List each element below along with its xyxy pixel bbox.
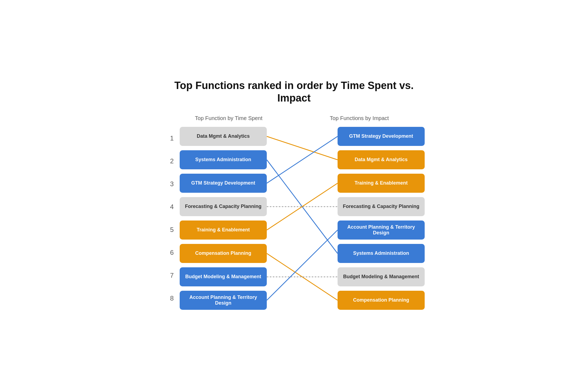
row-number-2: 2 <box>163 152 177 171</box>
row-number-8: 8 <box>163 289 177 308</box>
left-item-5: Training & Enablement <box>180 220 267 240</box>
right-item-7: Budget Modeling & Management <box>338 267 425 286</box>
left-item-3: GTM Strategy Development <box>180 174 267 193</box>
right-column: GTM Strategy DevelopmentData Mgmt & Anal… <box>338 127 425 310</box>
svg-line-7 <box>267 230 338 300</box>
left-item-6: Compensation Planning <box>180 244 267 263</box>
right-item-4: Forecasting & Capacity Planning <box>338 197 425 216</box>
row-number-4: 4 <box>163 197 177 216</box>
row-number-5: 5 <box>163 220 177 239</box>
svg-line-5 <box>267 253 338 300</box>
right-item-6: Systems Administration <box>338 244 425 263</box>
svg-line-2 <box>267 136 338 183</box>
chart-container: Top Functions ranked in order by Time Sp… <box>147 66 441 326</box>
right-item-1: GTM Strategy Development <box>338 127 425 146</box>
right-item-5: Account Planning & Territory Design <box>338 220 425 240</box>
row-numbers: 12345678 <box>163 127 180 310</box>
left-item-7: Budget Modeling & Management <box>180 267 267 286</box>
row-number-1: 1 <box>163 129 177 148</box>
svg-line-1 <box>267 160 338 253</box>
left-column-header: Top Function by Time Spent <box>185 115 272 121</box>
row-number-3: 3 <box>163 174 177 194</box>
left-item-1: Data Mgmt & Analytics <box>180 127 267 146</box>
chart-body: 12345678 Data Mgmt & AnalyticsSystems Ad… <box>163 127 425 310</box>
right-column-header: Top Functions by Impact <box>316 115 403 121</box>
left-item-4: Forecasting & Capacity Planning <box>180 197 267 216</box>
right-item-2: Data Mgmt & Analytics <box>338 150 425 169</box>
svg-line-4 <box>267 183 338 230</box>
svg-line-0 <box>267 136 338 160</box>
row-number-6: 6 <box>163 243 177 262</box>
chart-headers: Top Function by Time Spent Top Functions… <box>163 115 425 121</box>
left-item-8: Account Planning & Territory Design <box>180 291 267 310</box>
left-column: Data Mgmt & AnalyticsSystems Administrat… <box>180 127 267 310</box>
chart-rows: Data Mgmt & AnalyticsSystems Administrat… <box>180 127 425 310</box>
row-number-7: 7 <box>163 266 177 285</box>
right-item-3: Training & Enablement <box>338 174 425 193</box>
chart-title: Top Functions ranked in order by Time Sp… <box>163 79 425 104</box>
right-item-8: Compensation Planning <box>338 291 425 310</box>
left-item-2: Systems Administration <box>180 150 267 169</box>
